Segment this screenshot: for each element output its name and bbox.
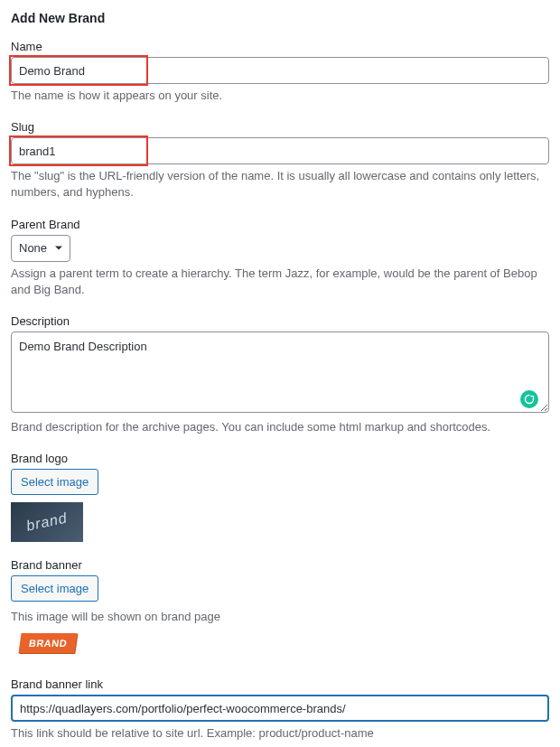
brand-banner-label: Brand banner — [11, 558, 549, 572]
brand-banner-link-help: This link should be relative to site url… — [11, 725, 549, 742]
brand-banner-link-label: Brand banner link — [11, 677, 549, 691]
brand-logo-preview-text: brand — [25, 510, 70, 535]
brand-logo-label: Brand logo — [11, 452, 549, 465]
brand-logo-select-button[interactable]: Select image — [11, 469, 98, 495]
brand-banner-select-button[interactable]: Select image — [11, 575, 98, 602]
name-input[interactable] — [11, 57, 549, 84]
brand-logo-field: Brand logo Select image brand — [11, 452, 549, 542]
name-label: Name — [11, 40, 549, 53]
name-field: Name The name is how it appears on your … — [11, 40, 549, 104]
brand-banner-preview-text: BRAND — [18, 633, 77, 653]
description-textarea[interactable]: Demo Brand Description — [11, 331, 549, 413]
brand-banner-preview[interactable]: BRAND — [11, 625, 85, 661]
page-title: Add New Brand — [11, 11, 549, 25]
brand-banner-field: Brand banner Select image This image wil… — [11, 558, 549, 661]
description-help: Brand description for the archive pages.… — [11, 419, 549, 435]
name-help: The name is how it appears on your site. — [11, 88, 549, 104]
slug-help: The "slug" is the URL-friendly version o… — [11, 168, 549, 201]
parent-brand-help: Assign a parent term to create a hierarc… — [11, 266, 549, 298]
brand-logo-preview[interactable]: brand — [11, 502, 83, 542]
slug-field: Slug The "slug" is the URL-friendly vers… — [11, 120, 549, 201]
slug-label: Slug — [11, 120, 549, 134]
description-field: Description Demo Brand Description Brand… — [11, 314, 549, 435]
parent-brand-field: Parent Brand None Assign a parent term t… — [11, 218, 549, 298]
slug-input[interactable] — [11, 137, 549, 164]
brand-banner-link-field: Brand banner link This link should be re… — [11, 677, 549, 742]
description-label: Description — [11, 314, 549, 328]
brand-banner-help: This image will be shown on brand page — [11, 609, 549, 625]
parent-brand-label: Parent Brand — [11, 218, 549, 231]
brand-banner-link-input[interactable] — [11, 695, 549, 722]
parent-brand-select[interactable]: None — [11, 235, 70, 262]
